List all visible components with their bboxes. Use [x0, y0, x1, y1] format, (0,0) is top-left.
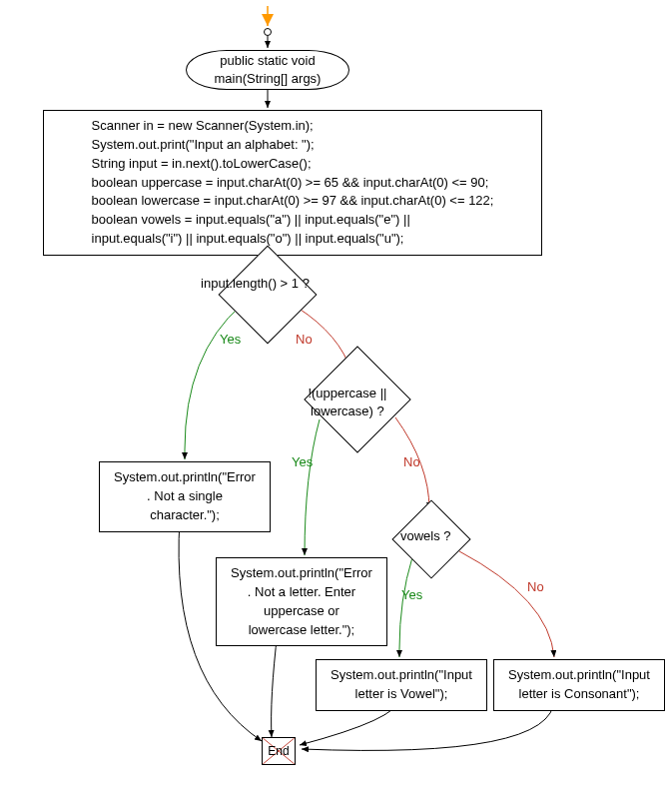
- process-err-single-text: System.out.println("Error . Not a single…: [114, 468, 256, 525]
- start-node: [264, 28, 272, 36]
- label-no-1: No: [296, 332, 313, 347]
- process-err-letter: System.out.println("Error . Not a letter…: [216, 557, 387, 646]
- process-out-cons-text: System.out.println("Input letter is Cons…: [508, 666, 650, 704]
- decision-vowels-text: vowels ?: [400, 528, 451, 543]
- label-yes-3: Yes: [401, 587, 422, 602]
- process-err-single: System.out.println("Error . Not a single…: [99, 461, 271, 532]
- process-init-text: Scanner in = new Scanner(System.in); Sys…: [92, 117, 494, 249]
- label-yes-2: Yes: [292, 454, 313, 469]
- decision-letter-text: !(uppercase || lowercase) ?: [309, 386, 387, 418]
- process-out-cons: System.out.println("Input letter is Cons…: [493, 659, 665, 711]
- process-init: Scanner in = new Scanner(System.in); Sys…: [43, 110, 542, 256]
- terminal-main: public static void main(String[] args): [186, 50, 349, 90]
- flowchart-canvas: public static void main(String[] args) S…: [0, 0, 672, 795]
- process-out-vowel-text: System.out.println("Input letter is Vowe…: [331, 666, 472, 704]
- process-out-vowel: System.out.println("Input letter is Vowe…: [316, 659, 487, 711]
- terminal-end-text: End: [268, 744, 289, 758]
- label-no-2: No: [403, 454, 420, 469]
- label-yes-1: Yes: [220, 332, 241, 347]
- label-no-3: No: [527, 579, 544, 594]
- terminal-end: End: [262, 737, 296, 765]
- decision-length-text: input.length() > 1 ?: [201, 276, 310, 291]
- process-err-letter-text: System.out.println("Error . Not a letter…: [231, 564, 372, 639]
- terminal-main-text: public static void main(String[] args): [215, 52, 322, 88]
